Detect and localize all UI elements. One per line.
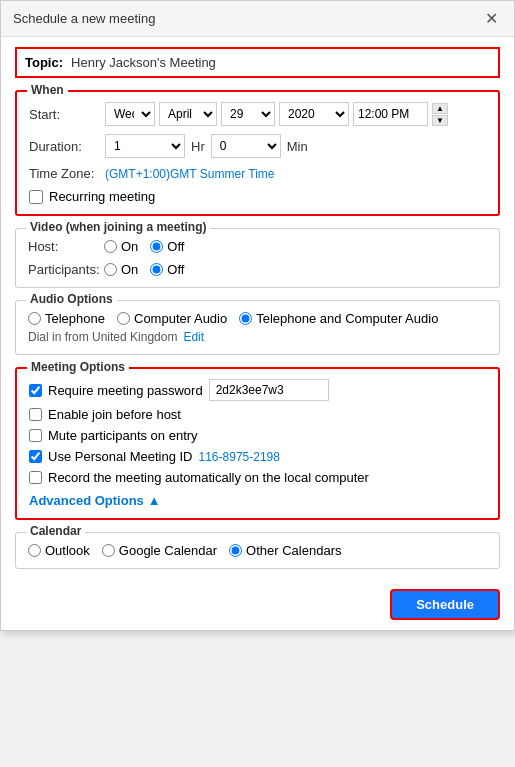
audio-legend: Audio Options: [26, 292, 117, 306]
advanced-options-label: Advanced Options: [29, 493, 144, 508]
duration-mins-select[interactable]: 0: [211, 134, 281, 158]
dial-row: Dial in from United Kingdom Edit: [28, 330, 487, 344]
telephone-option: Telephone: [28, 311, 105, 326]
host-on-radio[interactable]: [104, 240, 117, 253]
time-up-button[interactable]: ▲: [432, 103, 448, 114]
participants-radio-group: On Off: [104, 262, 184, 277]
record-auto-checkbox[interactable]: [29, 471, 42, 484]
recurring-checkbox[interactable]: [29, 190, 43, 204]
computer-audio-radio[interactable]: [117, 312, 130, 325]
record-auto-label: Record the meeting automatically on the …: [48, 470, 369, 485]
audio-section: Audio Options Telephone Computer Audio T…: [15, 300, 500, 355]
enable-join-row: Enable join before host: [29, 407, 486, 422]
schedule-meeting-dialog: Schedule a new meeting ✕ Topic: When Sta…: [0, 0, 515, 631]
time-spinner: ▲ ▼: [432, 103, 448, 126]
participants-on-radio[interactable]: [104, 263, 117, 276]
participants-off-radio[interactable]: [150, 263, 163, 276]
date-select[interactable]: 29: [221, 102, 275, 126]
dial-link: Dial in from United Kingdom: [28, 330, 177, 344]
close-button[interactable]: ✕: [481, 9, 502, 28]
host-radio-group: On Off: [104, 239, 184, 254]
mute-participants-label: Mute participants on entry: [48, 428, 198, 443]
require-password-row: Require meeting password: [29, 379, 486, 401]
participants-row: Participants: On Off: [28, 262, 487, 277]
outlook-option: Outlook: [28, 543, 90, 558]
time-input[interactable]: [353, 102, 428, 126]
participants-off-label: Off: [167, 262, 184, 277]
personal-id-value: 116-8975-2198: [199, 450, 280, 464]
calendar-options-group: Outlook Google Calendar Other Calendars: [28, 543, 487, 558]
other-calendars-option: Other Calendars: [229, 543, 341, 558]
calendar-section: Calendar Outlook Google Calendar Other C…: [15, 532, 500, 569]
min-label: Min: [287, 139, 308, 154]
recurring-row: Recurring meeting: [29, 189, 486, 204]
advanced-options-link[interactable]: Advanced Options ▲: [29, 493, 486, 508]
when-legend: When: [27, 83, 68, 97]
topic-input[interactable]: [71, 55, 490, 70]
telephone-computer-option: Telephone and Computer Audio: [239, 311, 438, 326]
dialog-body: Topic: When Start: Wed April 29: [1, 37, 514, 579]
hr-label: Hr: [191, 139, 205, 154]
google-calendar-radio[interactable]: [102, 544, 115, 557]
topic-row: Topic:: [15, 47, 500, 78]
mute-participants-checkbox[interactable]: [29, 429, 42, 442]
participants-on-option: On: [104, 262, 138, 277]
footer: Schedule: [1, 579, 514, 630]
video-section: Video (when joining a meeting) Host: On …: [15, 228, 500, 288]
telephone-computer-radio[interactable]: [239, 312, 252, 325]
record-auto-row: Record the meeting automatically on the …: [29, 470, 486, 485]
participants-on-label: On: [121, 262, 138, 277]
meeting-options-legend: Meeting Options: [27, 360, 129, 374]
outlook-label: Outlook: [45, 543, 90, 558]
timezone-link[interactable]: (GMT+1:00)GMT Summer Time: [105, 167, 274, 181]
enable-join-label: Enable join before host: [48, 407, 181, 422]
host-off-option: Off: [150, 239, 184, 254]
title-bar: Schedule a new meeting ✕: [1, 1, 514, 37]
require-password-checkbox[interactable]: [29, 384, 42, 397]
day-select[interactable]: Wed: [105, 102, 155, 126]
schedule-button[interactable]: Schedule: [390, 589, 500, 620]
other-calendars-radio[interactable]: [229, 544, 242, 557]
google-calendar-label: Google Calendar: [119, 543, 217, 558]
video-legend: Video (when joining a meeting): [26, 220, 210, 234]
timezone-row: Time Zone: (GMT+1:00)GMT Summer Time: [29, 166, 486, 181]
personal-id-checkbox[interactable]: [29, 450, 42, 463]
outlook-radio[interactable]: [28, 544, 41, 557]
host-off-radio[interactable]: [150, 240, 163, 253]
password-input[interactable]: [209, 379, 329, 401]
start-row: Start: Wed April 29 2020: [29, 102, 486, 126]
telephone-radio[interactable]: [28, 312, 41, 325]
recurring-label: Recurring meeting: [49, 189, 155, 204]
personal-id-label: Use Personal Meeting ID: [48, 449, 193, 464]
enable-join-checkbox[interactable]: [29, 408, 42, 421]
timezone-label: Time Zone:: [29, 166, 99, 181]
dialog-title: Schedule a new meeting: [13, 11, 155, 26]
month-select[interactable]: April: [159, 102, 217, 126]
date-group: Wed April 29 2020 ▲ ▼: [105, 102, 448, 126]
personal-id-row: Use Personal Meeting ID 116-8975-2198: [29, 449, 486, 464]
host-off-label: Off: [167, 239, 184, 254]
meeting-options-section: Meeting Options Require meeting password…: [15, 367, 500, 520]
calendar-legend: Calendar: [26, 524, 85, 538]
computer-audio-option: Computer Audio: [117, 311, 227, 326]
start-label: Start:: [29, 107, 99, 122]
duration-hours-select[interactable]: 1: [105, 134, 185, 158]
require-password-label: Require meeting password: [48, 383, 203, 398]
duration-row: Duration: 1 Hr 0 Min: [29, 134, 486, 158]
mute-participants-row: Mute participants on entry: [29, 428, 486, 443]
duration-label: Duration:: [29, 139, 99, 154]
participants-off-option: Off: [150, 262, 184, 277]
when-section: When Start: Wed April 29 2020: [15, 90, 500, 216]
year-select[interactable]: 2020: [279, 102, 349, 126]
host-on-label: On: [121, 239, 138, 254]
audio-options-group: Telephone Computer Audio Telephone and C…: [28, 311, 487, 326]
participants-label: Participants:: [28, 262, 98, 277]
telephone-computer-label: Telephone and Computer Audio: [256, 311, 438, 326]
host-on-option: On: [104, 239, 138, 254]
other-calendars-label: Other Calendars: [246, 543, 341, 558]
edit-link[interactable]: Edit: [183, 330, 204, 344]
time-down-button[interactable]: ▼: [432, 115, 448, 126]
host-label: Host:: [28, 239, 98, 254]
computer-audio-label: Computer Audio: [134, 311, 227, 326]
topic-label: Topic:: [25, 55, 63, 70]
